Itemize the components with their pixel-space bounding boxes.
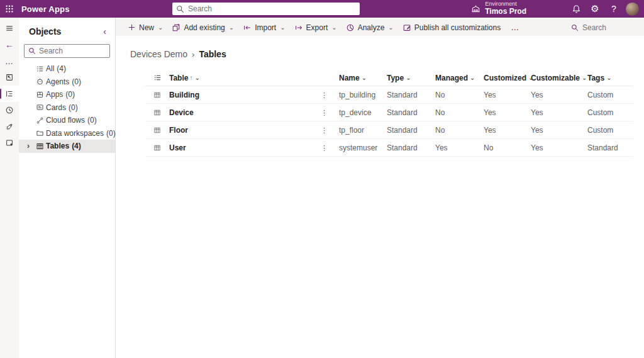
flow-connector-icon — [34, 116, 45, 125]
global-search-input[interactable] — [188, 4, 356, 13]
table-name-link[interactable]: User — [169, 143, 186, 152]
new-button[interactable]: New ⌄ — [123, 19, 167, 36]
table-row[interactable]: User ⋮ systemuser Standard Yes No Yes St… — [145, 139, 633, 157]
rail-solutions-button[interactable] — [0, 69, 19, 86]
panel-search-input[interactable] — [39, 47, 106, 55]
table-search-input[interactable] — [582, 23, 633, 32]
export-button[interactable]: Export ⌄ — [290, 19, 341, 36]
analyze-pie-icon — [346, 23, 355, 32]
environment-icon — [471, 4, 480, 13]
objects-panel: Objects ‹ All (4) — [19, 18, 116, 358]
table-row[interactable]: Device ⋮ tp_device Standard No Yes Yes C… — [145, 104, 633, 121]
tree-item-tables[interactable]: › Tables (4) — [19, 140, 115, 153]
cell-type: Standard — [387, 126, 435, 135]
cell-tags: Custom — [587, 91, 633, 99]
row-priority-icon[interactable] — [145, 74, 169, 82]
tree-item-count: (4) — [72, 142, 81, 150]
tree-item-agents[interactable]: Agents (0) — [19, 76, 115, 89]
back-arrow-icon: ← — [5, 40, 14, 49]
rail-history-button[interactable] — [0, 102, 19, 118]
panel-title: Objects — [29, 26, 61, 36]
more-icon: … — [5, 57, 14, 66]
cell-name: systemuser — [339, 143, 387, 152]
table-row[interactable]: Floor ⋮ tp_floor Standard No Yes Yes Cus… — [145, 121, 633, 139]
waffle-menu-icon[interactable] — [0, 0, 19, 18]
environment-name: Timos Prod — [485, 8, 526, 16]
breadcrumb-parent[interactable]: Devices Demo — [130, 49, 187, 59]
tree-item-cards[interactable]: Cards (0) — [19, 101, 115, 115]
tree-item-all[interactable]: All (4) — [19, 62, 115, 76]
cell-type: Standard — [387, 108, 435, 117]
table-search[interactable] — [569, 21, 639, 35]
column-header-name[interactable]: Name⌄ — [339, 74, 387, 82]
column-header-customized[interactable]: Customized⌄ — [484, 74, 531, 82]
tree-item-apps[interactable]: Apps (0) — [19, 88, 115, 101]
tree-item-count: (0) — [72, 77, 81, 86]
chevron-down-icon: ⌄ — [582, 74, 587, 81]
search-icon — [176, 5, 184, 13]
row-commands-icon[interactable]: ⋮ — [321, 126, 328, 134]
card-icon — [34, 103, 45, 111]
left-rail: ← … — [0, 18, 19, 358]
table-grid-icon — [145, 144, 169, 152]
expand-chevron-icon[interactable]: › — [23, 142, 34, 150]
table-row[interactable]: Building ⋮ tp_building Standard No Yes Y… — [145, 86, 633, 104]
rail-pipelines-button[interactable] — [0, 118, 19, 135]
help-button[interactable]: ? — [604, 0, 623, 18]
search-icon — [28, 47, 36, 55]
table-name-link[interactable]: Building — [169, 91, 199, 99]
analyze-button[interactable]: Analyze ⌄ — [341, 19, 398, 36]
cell-customized: Yes — [484, 108, 531, 117]
tree-item-label: Cards — [46, 103, 66, 112]
breadcrumb-current[interactable]: Tables — [199, 49, 226, 59]
column-header-customizable[interactable]: Customizable⌄ — [531, 74, 587, 82]
rail-more-button[interactable]: … — [0, 53, 19, 69]
table-name-link[interactable]: Floor — [169, 126, 188, 135]
table-grid-icon — [145, 109, 169, 116]
apps-grid-icon — [34, 91, 45, 99]
row-commands-icon[interactable]: ⋮ — [321, 91, 328, 99]
panel-search[interactable] — [24, 44, 110, 58]
column-header-tags[interactable]: Tags⌄ — [587, 74, 633, 82]
tree-item-count: (0) — [65, 90, 75, 99]
environment-picker[interactable]: Environment Timos Prod — [471, 1, 526, 16]
column-header-table[interactable]: Table ↑ ⌄ — [169, 74, 200, 82]
rail-source-control-button[interactable] — [0, 135, 19, 151]
cell-tags: Standard — [587, 143, 633, 152]
settings-button[interactable]: ⚙︎ — [586, 0, 604, 18]
collapse-chevron-icon: ‹ — [103, 26, 106, 36]
help-icon: ? — [611, 4, 616, 14]
rail-objects-button[interactable] — [0, 86, 19, 102]
add-existing-button[interactable]: Add existing ⌄ — [167, 19, 238, 36]
tree-item-cloud-flows[interactable]: Cloud flows (0) — [19, 114, 115, 127]
grid-header-row: Table ↑ ⌄ Name⌄ Type⌄ Managed⌄ Customize… — [145, 70, 633, 86]
commandbar-overflow-button[interactable]: … — [505, 23, 525, 32]
notifications-button[interactable] — [567, 0, 586, 18]
cell-customized: Yes — [484, 91, 531, 99]
cell-tags: Custom — [587, 126, 633, 135]
table-grid-icon — [145, 91, 169, 99]
global-search[interactable] — [172, 3, 360, 15]
analyze-button-label: Analyze — [358, 23, 385, 32]
user-avatar[interactable] — [626, 3, 639, 16]
agent-bot-icon — [34, 77, 45, 86]
cell-customizable: Yes — [531, 143, 587, 152]
rail-back-button[interactable]: ← — [0, 36, 19, 53]
chevron-down-icon: ⌄ — [606, 74, 611, 81]
content-area: Devices Demo › Tables Table ↑ ⌄ — [116, 36, 644, 358]
publish-all-button[interactable]: Publish all customizations — [398, 19, 505, 36]
cell-name: tp_floor — [339, 126, 387, 135]
chevron-down-icon: ⌄ — [194, 74, 199, 81]
cell-managed: No — [435, 108, 484, 117]
row-commands-icon[interactable]: ⋮ — [321, 109, 328, 116]
tree-item-data-workspaces[interactable]: Data workspaces (0) — [19, 127, 115, 140]
import-button[interactable]: Import ⌄ — [238, 19, 289, 36]
panel-collapse-button[interactable]: ‹ — [101, 26, 109, 36]
column-header-type[interactable]: Type⌄ — [387, 74, 435, 82]
cell-customizable: Yes — [531, 91, 587, 99]
table-name-link[interactable]: Device — [169, 108, 194, 117]
column-header-managed[interactable]: Managed⌄ — [435, 74, 484, 82]
row-commands-icon[interactable]: ⋮ — [321, 144, 328, 152]
rail-hamburger-button[interactable] — [0, 20, 19, 36]
chevron-down-icon: ⌄ — [362, 74, 367, 81]
